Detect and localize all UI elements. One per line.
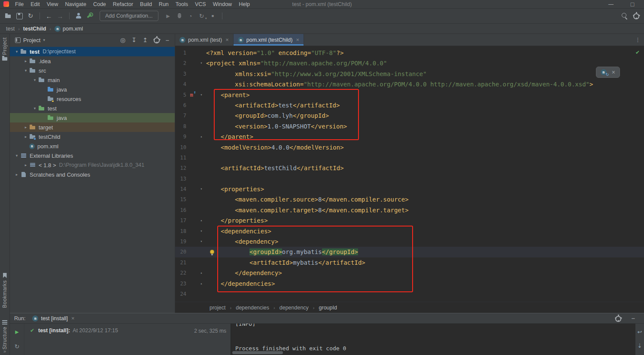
minimize-icon[interactable] bbox=[606, 0, 616, 9]
chevron-right-icon[interactable]: ▸ bbox=[22, 135, 29, 139]
code-line-7[interactable]: 7<groupId>com.lyh</groupId> bbox=[175, 110, 644, 121]
maximize-icon[interactable] bbox=[628, 0, 637, 9]
tree-item-src[interactable]: ▾src bbox=[10, 66, 175, 75]
code-breadcrumb-dependency[interactable]: dependency bbox=[279, 305, 309, 311]
stripe-button-structure[interactable]: Structure bbox=[0, 320, 9, 349]
rerun-run-icon[interactable] bbox=[12, 327, 22, 337]
code-editor[interactable]: 1<?xml version="1.0" encoding="UTF-8"?>2… bbox=[175, 46, 644, 302]
tree-item-scratches-and-consoles[interactable]: ▸Scratches and Consoles bbox=[10, 170, 175, 179]
fold-open-icon[interactable]: ▾ bbox=[200, 226, 203, 236]
editor-tab-pom-xml-testchild[interactable]: mpom.xml (testChild)× bbox=[234, 34, 304, 46]
maven-reload-widget[interactable]: m × bbox=[596, 67, 620, 78]
menu-help[interactable]: Help bbox=[235, 1, 253, 8]
breadcrumb-test[interactable]: test bbox=[6, 26, 15, 32]
run-icon[interactable] bbox=[164, 11, 173, 21]
tree-item-main[interactable]: ▾main bbox=[10, 75, 175, 85]
close-icon[interactable]: × bbox=[71, 315, 75, 321]
profiler-icon[interactable] bbox=[186, 11, 195, 21]
fold-end-icon[interactable]: ▴ bbox=[200, 132, 203, 142]
chevron-down-icon[interactable]: ▾ bbox=[31, 106, 38, 110]
tree-item-testchild[interactable]: ▸testChild bbox=[10, 132, 175, 141]
expand-all-icon[interactable] bbox=[129, 35, 139, 45]
settings-icon[interactable] bbox=[613, 314, 623, 323]
breadcrumb-testchild[interactable]: testChild bbox=[23, 26, 46, 32]
stripe-button-project[interactable]: Project bbox=[0, 37, 9, 61]
save-all-icon[interactable] bbox=[15, 11, 24, 21]
menu-file[interactable]: File bbox=[12, 1, 27, 8]
code-breadcrumb-groupid[interactable]: groupId bbox=[319, 305, 337, 311]
chevron-down-icon[interactable]: ▾ bbox=[22, 68, 29, 73]
code-line-3[interactable]: 3xmlns:xsi="http://www.w3.org/2001/XMLSc… bbox=[175, 69, 644, 79]
chevron-down-icon[interactable]: ▾ bbox=[13, 49, 20, 54]
code-line-23[interactable]: 23▴</dependencies> bbox=[175, 278, 644, 289]
fold-open-icon[interactable]: ▾ bbox=[200, 90, 203, 100]
horizontal-scrollbar[interactable] bbox=[232, 351, 283, 354]
chevron-right-icon[interactable]: ▸ bbox=[22, 59, 29, 63]
menu-edit[interactable]: Edit bbox=[27, 1, 43, 8]
run-configuration-select[interactable]: Add Configuration... bbox=[100, 11, 158, 21]
close-icon[interactable]: × bbox=[225, 37, 229, 43]
chevron-right-icon[interactable]: ▸ bbox=[13, 172, 20, 177]
fold-open-icon[interactable]: ▾ bbox=[200, 58, 203, 68]
code-breadcrumb-project[interactable]: project bbox=[210, 305, 226, 311]
tree-item-test[interactable]: ▾test bbox=[10, 104, 175, 113]
stripe-button-bookmarks[interactable]: Bookmarks bbox=[0, 273, 9, 308]
run-tab-test-install[interactable]: m test [install] × bbox=[30, 314, 77, 322]
code-line-2[interactable]: 2▾<project xmlns="http://maven.apache.or… bbox=[175, 58, 644, 68]
code-line-19[interactable]: 19▾<dependency> bbox=[175, 236, 644, 247]
tree-item-target[interactable]: ▸target bbox=[10, 122, 175, 132]
sync-icon[interactable] bbox=[26, 11, 35, 21]
build-icon[interactable] bbox=[85, 11, 94, 21]
settings-icon[interactable] bbox=[631, 11, 641, 21]
code-line-1[interactable]: 1<?xml version="1.0" encoding="UTF-8"?> bbox=[175, 48, 644, 58]
menu-window[interactable]: Window bbox=[210, 1, 235, 8]
code-line-16[interactable]: 16<maven.compiler.target>8</maven.compil… bbox=[175, 205, 644, 215]
tree-item-resources[interactable]: resources bbox=[10, 94, 175, 104]
profile-icon[interactable] bbox=[74, 11, 83, 21]
menu-navigate[interactable]: Navigate bbox=[62, 1, 90, 8]
menu-run[interactable]: Run bbox=[155, 1, 172, 8]
tree-item-test[interactable]: ▾testD:\project\test bbox=[10, 47, 175, 56]
code-line-8[interactable]: 8<version>1.0-SNAPSHOT</version> bbox=[175, 121, 644, 132]
chevron-down-icon[interactable]: ▾ bbox=[43, 38, 45, 42]
more-icon[interactable]: ⋮ bbox=[632, 34, 644, 46]
code-line-11[interactable]: 11 bbox=[175, 153, 644, 163]
stop-icon[interactable] bbox=[208, 11, 218, 21]
code-line-10[interactable]: 10<modelVersion>4.0.0</modelVersion> bbox=[175, 142, 644, 153]
open-project-icon[interactable] bbox=[3, 11, 13, 21]
code-line-15[interactable]: 15<maven.compiler.source>8</maven.compil… bbox=[175, 194, 644, 205]
code-line-5[interactable]: 5m↑▾<parent> bbox=[175, 90, 644, 100]
code-line-6[interactable]: 6<artifactId>test</artifactId> bbox=[175, 100, 644, 110]
run-console[interactable]: [INFO]Process finished with exit code 0 bbox=[231, 324, 635, 355]
menu-code[interactable]: Code bbox=[90, 1, 109, 8]
breadcrumb-pom-xml[interactable]: mpom.xml bbox=[55, 26, 83, 32]
code-line-20[interactable]: 20<groupId>org.mybatis</groupId> bbox=[175, 247, 644, 257]
code-line-13[interactable]: 13 bbox=[175, 174, 644, 184]
rerun-icon[interactable] bbox=[197, 11, 207, 21]
tree-item-external-libraries[interactable]: ▾External Libraries bbox=[10, 151, 175, 160]
menu-vcs[interactable]: VCS bbox=[191, 1, 210, 8]
code-line-4[interactable]: 4xsi:schemaLocation="http://maven.apache… bbox=[175, 79, 644, 89]
back-icon[interactable] bbox=[44, 11, 54, 21]
code-line-22[interactable]: 22▴</dependency> bbox=[175, 268, 644, 278]
soft-wrap-icon[interactable] bbox=[635, 327, 644, 337]
code-breadcrumb-dependencies[interactable]: dependencies bbox=[236, 305, 269, 311]
tree-item-idea[interactable]: ▸.idea bbox=[10, 56, 175, 66]
project-panel-title[interactable]: Project bbox=[23, 37, 40, 43]
chevron-down-icon[interactable]: ▾ bbox=[31, 78, 38, 82]
maven-reload-icon[interactable]: m bbox=[601, 69, 607, 75]
menu-refactor[interactable]: Refactor bbox=[109, 1, 137, 8]
forward-icon[interactable] bbox=[55, 11, 65, 21]
code-line-14[interactable]: 14▾<properties> bbox=[175, 184, 644, 194]
code-line-18[interactable]: 18▾<dependencies> bbox=[175, 226, 644, 236]
code-content[interactable]: 1<?xml version="1.0" encoding="UTF-8"?>2… bbox=[175, 46, 644, 302]
more-tool-windows-icon[interactable]: » bbox=[0, 349, 9, 354]
menu-view[interactable]: View bbox=[43, 1, 62, 8]
code-line-24[interactable]: 24 bbox=[175, 289, 644, 299]
hide-icon[interactable] bbox=[629, 314, 638, 323]
fold-open-icon[interactable]: ▾ bbox=[200, 184, 203, 194]
chevron-right-icon[interactable]: ▸ bbox=[22, 163, 29, 167]
menu-tools[interactable]: Tools bbox=[172, 1, 191, 8]
close-icon[interactable]: × bbox=[296, 37, 299, 43]
fold-end-icon[interactable]: ▴ bbox=[200, 278, 203, 289]
